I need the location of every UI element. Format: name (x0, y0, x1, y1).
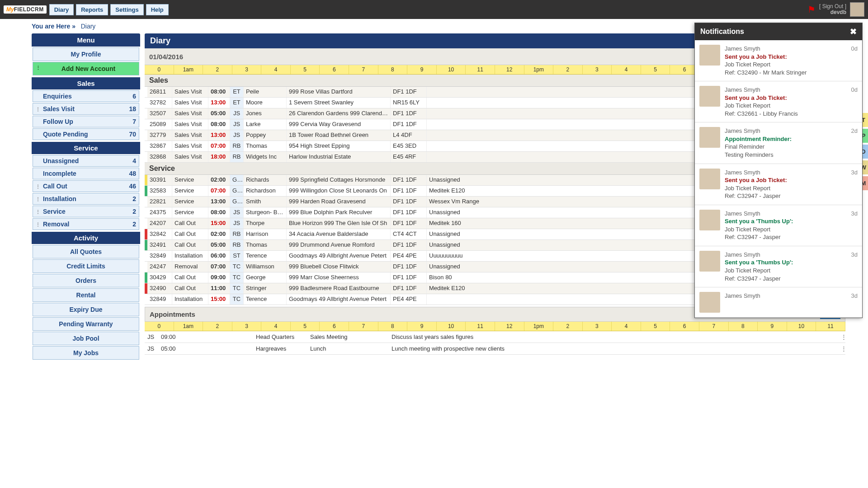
close-icon[interactable]: ✖ (850, 27, 857, 37)
timeline-header: 01am234567891011121pm234567891011 (145, 322, 845, 331)
dots-icon: ⋮ (36, 222, 41, 227)
dots-icon: ⋮ (36, 197, 41, 202)
activity-credit-limits[interactable]: Credit Limits (33, 259, 139, 273)
nav-diary[interactable]: Diary (49, 4, 74, 15)
activity-header: Activity (32, 232, 140, 244)
flag-icon[interactable]: ⚑ (807, 4, 816, 15)
avatar (699, 210, 720, 230)
dots-icon: ⋮ (36, 184, 41, 189)
sidebar-item-sales-visit[interactable]: ⋮Sales Visit18 (33, 103, 139, 115)
avatar (699, 45, 720, 66)
sidebar-item-call-out[interactable]: ⋮Call Out46 (33, 180, 139, 192)
notification-item[interactable]: James Smyth0dSent you a Job Ticket:Job T… (695, 40, 862, 81)
notification-item[interactable]: James Smyth0dSent you a Job Ticket:Job T… (695, 81, 862, 122)
topbar: MyFIELDCRM DiaryReportsSettingsHelp ⚑ [ … (0, 0, 868, 19)
nav-help[interactable]: Help (146, 4, 169, 15)
avatar (699, 127, 720, 148)
dots-icon: ⋮ (36, 65, 41, 71)
dots-icon: ⋮ (36, 107, 41, 112)
sidebar-item-quote-pending[interactable]: Quote Pending70 (33, 128, 139, 140)
service-header: Service (32, 142, 140, 154)
appointment-row[interactable]: JS05:00HargreavesLunchLunch meeting with… (145, 343, 845, 355)
dots-icon[interactable]: ⋮ (838, 344, 845, 353)
activity-job-pool[interactable]: Job Pool (33, 332, 139, 345)
notification-item[interactable]: James Smyth2dAppointment Reminder:Final … (695, 122, 862, 164)
notification-item[interactable]: James Smyth3dSent you a Job Ticket:Job T… (695, 164, 862, 205)
activity-expiry-due[interactable]: Expiry Due (33, 303, 139, 316)
sidebar-item-enquiries[interactable]: Enquiries6 (33, 90, 139, 102)
logo: MyFIELDCRM (4, 5, 47, 14)
user-block[interactable]: [ Sign Out ] devdb (819, 4, 846, 15)
dots-icon: ⋮ (36, 209, 41, 214)
notifications-header: Notifications ✖ (695, 23, 862, 40)
my-profile-button[interactable]: My Profile (33, 47, 139, 61)
activity-my-jobs[interactable]: My Jobs (33, 346, 139, 360)
notifications-panel: Notifications ✖ James Smyth0dSent you a … (694, 23, 863, 318)
nav-reports[interactable]: Reports (76, 4, 108, 15)
notification-item[interactable]: James Smyth3dSent you a 'Thumbs Up':Job … (695, 246, 862, 287)
avatar (699, 251, 720, 272)
username: devdb (819, 9, 846, 15)
activity-orders[interactable]: Orders (33, 274, 139, 287)
sales-header: Sales (32, 77, 140, 89)
avatar (699, 292, 720, 313)
sidebar: Menu My Profile ⋮ Add New Account Sales … (32, 33, 140, 361)
avatar (699, 86, 720, 107)
avatar (699, 169, 720, 189)
nav-settings[interactable]: Settings (110, 4, 143, 15)
menu-title: Menu (32, 33, 140, 47)
activity-rental[interactable]: Rental (33, 288, 139, 302)
sidebar-item-follow-up[interactable]: Follow Up7 (33, 116, 139, 127)
activity-all-quotes[interactable]: All Quotes (33, 245, 139, 258)
sidebar-item-unassigned[interactable]: Unassigned4 (33, 155, 139, 167)
sidebar-item-service[interactable]: ⋮Service2 (33, 206, 139, 217)
sidebar-item-installation[interactable]: ⋮Installation2 (33, 193, 139, 205)
avatar[interactable] (850, 2, 864, 17)
sidebar-item-incomplete[interactable]: Incomplete48 (33, 168, 139, 179)
appointment-row[interactable]: JS09:00Head QuartersSales MeetingDiscuss… (145, 331, 845, 343)
nav-buttons: DiaryReportsSettingsHelp (49, 4, 169, 15)
dots-icon[interactable]: ⋮ (838, 333, 845, 341)
date-label: 01/04/2016 (149, 53, 183, 61)
add-account-button[interactable]: ⋮ Add New Account (33, 62, 139, 75)
notification-item[interactable]: James Smyth3d (695, 287, 862, 318)
notification-item[interactable]: James Smyth3dSent you a 'Thumbs Up':Job … (695, 205, 862, 246)
activity-pending-warranty[interactable]: Pending Warranty (33, 317, 139, 331)
sidebar-item-removal[interactable]: ⋮Removal2 (33, 218, 139, 230)
